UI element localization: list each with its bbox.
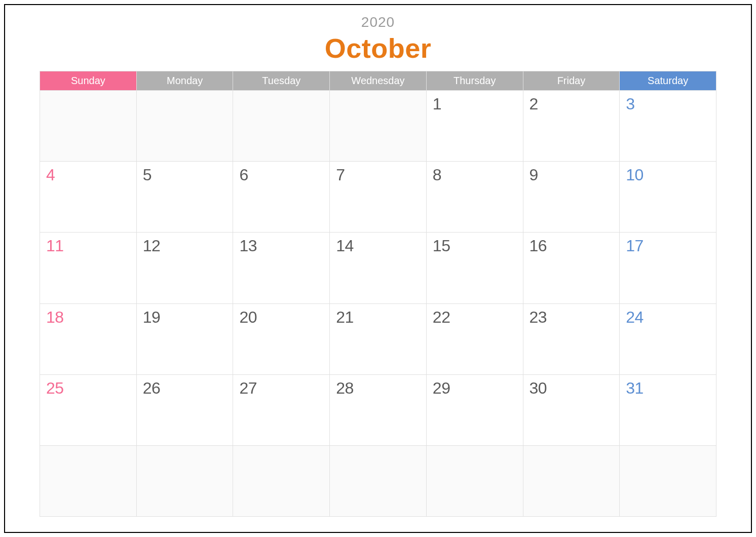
day-cell [137, 91, 234, 162]
day-number: 25 [40, 375, 136, 398]
day-number: 16 [523, 233, 620, 255]
day-number: 17 [620, 233, 716, 255]
day-number: 18 [40, 304, 136, 327]
day-number [40, 446, 136, 450]
calendar-grid: Sunday Monday Tuesday Wednesday Thursday… [40, 71, 716, 517]
weekday-header-friday: Friday [523, 71, 620, 91]
day-number: 27 [233, 375, 329, 398]
day-cell: 31 [620, 375, 716, 446]
day-number: 14 [330, 233, 426, 255]
calendar-frame: 2020 October Sunday Monday Tuesday Wedne… [4, 4, 752, 533]
day-cell: 2 [523, 91, 620, 162]
weekday-header-tuesday: Tuesday [233, 71, 330, 91]
day-cell [40, 91, 137, 162]
weekday-header-monday: Monday [137, 71, 234, 91]
day-cell: 27 [233, 375, 330, 446]
day-number: 12 [137, 233, 233, 255]
year-label: 2020 [40, 14, 716, 30]
day-number: 10 [620, 162, 716, 184]
day-number: 21 [330, 304, 426, 327]
month-label: October [40, 32, 716, 64]
day-cell: 22 [427, 304, 523, 375]
day-number [523, 446, 620, 450]
weekday-header-saturday: Saturday [620, 71, 716, 91]
day-number: 8 [427, 162, 523, 184]
day-number [137, 446, 233, 450]
day-cell [427, 446, 523, 517]
day-number: 5 [137, 162, 233, 184]
day-number: 2 [523, 91, 620, 113]
day-number: 31 [620, 375, 716, 398]
day-cell: 9 [523, 162, 620, 233]
day-number: 13 [233, 233, 329, 255]
day-number [620, 446, 716, 450]
day-cell: 24 [620, 304, 716, 375]
day-number: 4 [40, 162, 136, 184]
day-number: 23 [523, 304, 620, 327]
day-cell: 10 [620, 162, 716, 233]
day-number [330, 91, 426, 95]
day-number: 24 [620, 304, 716, 327]
day-cell [137, 446, 234, 517]
day-number: 30 [523, 375, 620, 398]
weekday-header-thursday: Thursday [427, 71, 523, 91]
day-cell: 3 [620, 91, 716, 162]
day-number [233, 446, 329, 450]
day-number [40, 91, 136, 95]
day-cell: 6 [233, 162, 330, 233]
day-cell [330, 446, 427, 517]
day-number: 26 [137, 375, 233, 398]
day-cell: 23 [523, 304, 620, 375]
weekday-header-wednesday: Wednesday [330, 71, 427, 91]
day-cell: 18 [40, 304, 137, 375]
day-cell: 14 [330, 233, 427, 303]
day-cell: 12 [137, 233, 234, 303]
day-number: 9 [523, 162, 620, 184]
day-cell: 25 [40, 375, 137, 446]
weekday-header-sunday: Sunday [40, 71, 137, 91]
day-number: 15 [427, 233, 523, 255]
day-number [330, 446, 426, 450]
day-number: 19 [137, 304, 233, 327]
day-number: 29 [427, 375, 523, 398]
day-number: 3 [620, 91, 716, 113]
day-cell [620, 446, 716, 517]
day-cell: 26 [137, 375, 234, 446]
day-cell: 29 [427, 375, 523, 446]
day-number [427, 446, 523, 450]
day-cell [233, 91, 330, 162]
day-number: 22 [427, 304, 523, 327]
day-cell: 7 [330, 162, 427, 233]
day-number: 7 [330, 162, 426, 184]
day-number: 28 [330, 375, 426, 398]
day-cell [233, 446, 330, 517]
day-number: 20 [233, 304, 329, 327]
day-cell: 8 [427, 162, 523, 233]
day-number [137, 91, 233, 95]
day-cell: 15 [427, 233, 523, 303]
day-cell: 13 [233, 233, 330, 303]
day-cell: 11 [40, 233, 137, 303]
day-cell: 19 [137, 304, 234, 375]
day-cell: 5 [137, 162, 234, 233]
day-cell [330, 91, 427, 162]
day-cell: 4 [40, 162, 137, 233]
day-cell: 1 [427, 91, 523, 162]
day-cell: 21 [330, 304, 427, 375]
day-cell [40, 446, 137, 517]
day-cell: 16 [523, 233, 620, 303]
day-cell: 17 [620, 233, 716, 303]
day-cell: 30 [523, 375, 620, 446]
day-cell: 28 [330, 375, 427, 446]
day-number: 11 [40, 233, 136, 255]
day-number: 1 [427, 91, 523, 113]
day-number: 6 [233, 162, 329, 184]
day-number [233, 91, 329, 95]
day-cell: 20 [233, 304, 330, 375]
day-cell [523, 446, 620, 517]
